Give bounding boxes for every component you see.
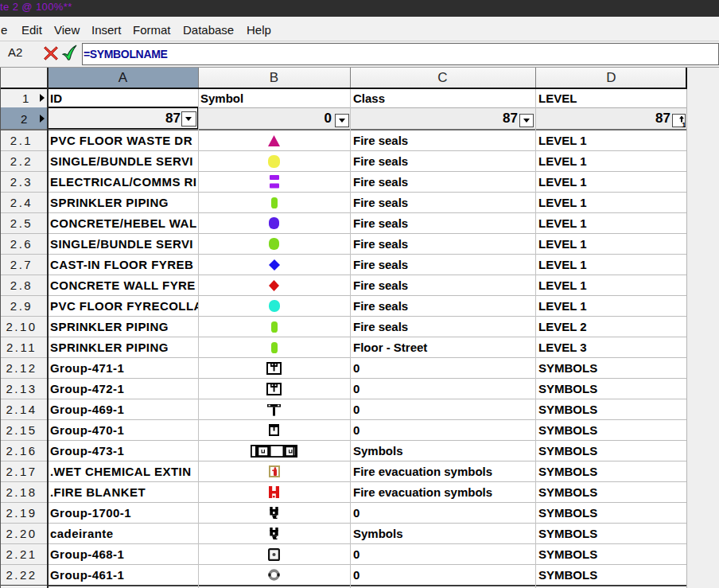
svg-text:1: 1 [682, 121, 686, 127]
